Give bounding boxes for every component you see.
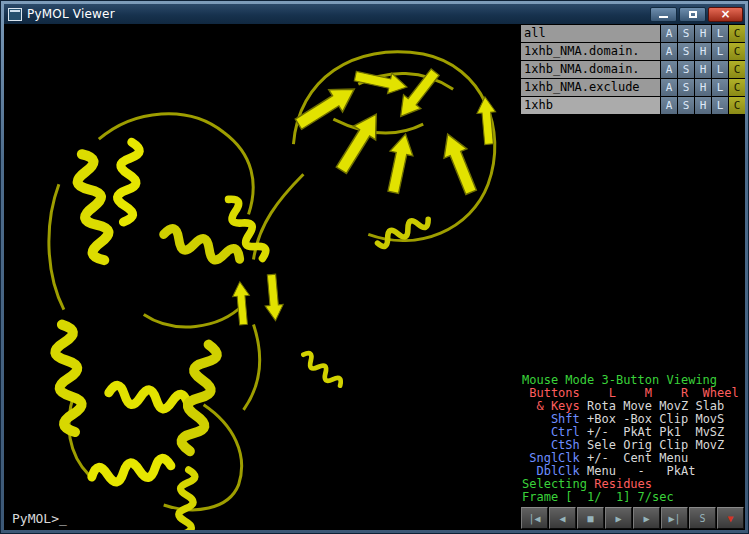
control-panel: allASHLC1xhb_NMA.domain.ASHLC1xhb_NMA.do… — [520, 24, 745, 530]
object-h-button[interactable]: H — [695, 79, 711, 96]
maximize-icon — [689, 11, 697, 18]
legend-segment: Buttons L M R Wheel — [522, 386, 739, 400]
object-a-button[interactable]: A — [661, 25, 677, 42]
object-l-button[interactable]: L — [712, 43, 728, 60]
legend-segment: Sele Orig Clip MovZ — [587, 438, 724, 452]
step-forward-button[interactable]: ▶ — [633, 507, 660, 529]
close-button[interactable]: × — [708, 7, 743, 22]
object-row: 1xhb_NMA.domain.ASHLC — [521, 61, 745, 78]
legend-segment: Shft — [522, 412, 587, 426]
pymol-viewer-window: PyMOL Viewer × — [0, 0, 749, 534]
object-name[interactable]: 1xhb_NMA.domain. — [521, 43, 660, 60]
object-name[interactable]: 1xhb_NMA.domain. — [521, 61, 660, 78]
play-button[interactable]: ▶ — [605, 507, 632, 529]
object-row: 1xhb_NMA.domain.ASHLC — [521, 43, 745, 60]
object-s-button[interactable]: S — [678, 97, 694, 114]
object-name[interactable]: 1xhb_NMA.exclude — [521, 79, 660, 96]
legend-segment: Mouse Mode 3-Button Viewing — [522, 373, 717, 387]
object-row: 1xhbASHLC — [521, 97, 745, 114]
object-l-button[interactable]: L — [712, 61, 728, 78]
object-c-button[interactable]: C — [729, 79, 745, 96]
legend-segment: CtSh — [522, 438, 587, 452]
panel-spacer — [520, 115, 745, 374]
scene-button[interactable]: S — [689, 507, 716, 529]
object-name[interactable]: 1xhb — [521, 97, 660, 114]
legend-segment: Frame [ 1/ 1] 7/sec — [522, 490, 674, 504]
object-name[interactable]: all — [521, 25, 660, 42]
object-c-button[interactable]: C — [729, 43, 745, 60]
object-c-button[interactable]: C — [729, 25, 745, 42]
legend-segment: Menu - PkAt — [587, 464, 695, 478]
object-h-button[interactable]: H — [695, 43, 711, 60]
window-title: PyMOL Viewer — [27, 7, 115, 21]
legend-segment: DblClk — [522, 464, 587, 478]
object-a-button[interactable]: A — [661, 97, 677, 114]
legend-segment: +/- Cent Menu — [587, 451, 688, 465]
legend-segment: +Box -Box Clip MovS — [587, 412, 724, 426]
legend-segment: Residues — [594, 477, 652, 491]
maximize-button[interactable] — [679, 7, 706, 22]
object-c-button[interactable]: C — [729, 97, 745, 114]
object-l-button[interactable]: L — [712, 79, 728, 96]
legend-segment: Rota Move MovZ Slab — [587, 399, 724, 413]
minimize-icon — [659, 16, 668, 18]
object-s-button[interactable]: S — [678, 79, 694, 96]
app-icon — [8, 8, 22, 21]
object-s-button[interactable]: S — [678, 61, 694, 78]
object-l-button[interactable]: L — [712, 25, 728, 42]
protein-cartoon — [4, 24, 520, 530]
mouse-legend: Mouse Mode 3-Button Viewing Buttons L M … — [520, 374, 745, 505]
molecule-viewport[interactable]: PyMOL>_ — [4, 24, 520, 530]
legend-segment: Ctrl — [522, 425, 587, 439]
legend-segment: +/- PkAt Pk1 MvSZ — [587, 425, 724, 439]
rewind-to-start-button[interactable]: |◀ — [521, 507, 548, 529]
close-icon: × — [720, 8, 730, 20]
step-back-button[interactable]: ◀ — [549, 507, 576, 529]
object-h-button[interactable]: H — [695, 25, 711, 42]
object-a-button[interactable]: A — [661, 79, 677, 96]
minimize-button[interactable] — [650, 7, 677, 22]
forward-to-end-button[interactable]: ▶| — [661, 507, 688, 529]
fullscreen-toggle-button[interactable]: ▼ — [717, 507, 744, 529]
object-a-button[interactable]: A — [661, 43, 677, 60]
object-l-button[interactable]: L — [712, 97, 728, 114]
object-row: 1xhb_NMA.excludeASHLC — [521, 79, 745, 96]
transport-controls: |◀◀■▶▶▶|S▼ — [521, 507, 744, 529]
legend-line: Frame [ 1/ 1] 7/sec — [522, 491, 745, 504]
object-h-button[interactable]: H — [695, 61, 711, 78]
object-row: allASHLC — [521, 25, 745, 42]
legend-segment: SnglClk — [522, 451, 587, 465]
object-c-button[interactable]: C — [729, 61, 745, 78]
stop-button[interactable]: ■ — [577, 507, 604, 529]
legend-segment: Selecting — [522, 477, 594, 491]
object-list: allASHLC1xhb_NMA.domain.ASHLC1xhb_NMA.do… — [520, 25, 745, 115]
object-a-button[interactable]: A — [661, 61, 677, 78]
window-titlebar[interactable]: PyMOL Viewer × — [4, 4, 745, 24]
legend-segment: & Keys — [522, 399, 587, 413]
object-h-button[interactable]: H — [695, 97, 711, 114]
object-s-button[interactable]: S — [678, 25, 694, 42]
object-s-button[interactable]: S — [678, 43, 694, 60]
command-prompt[interactable]: PyMOL>_ — [12, 511, 67, 526]
